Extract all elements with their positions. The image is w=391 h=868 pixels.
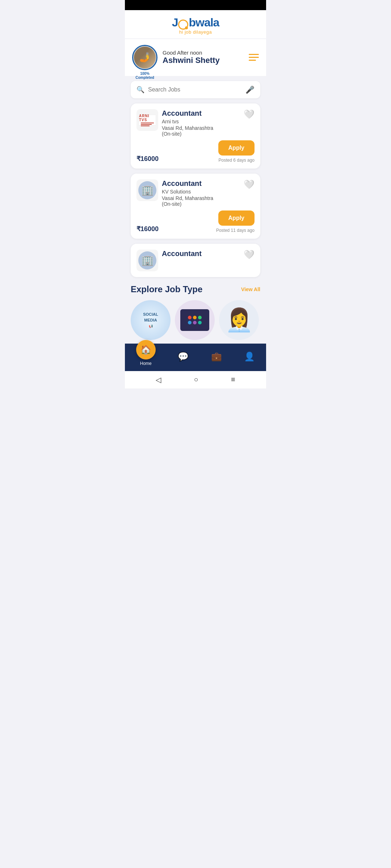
posted-date-1: Posted 6 days ago — [219, 158, 255, 163]
job-logo-2: 🏢 — [136, 179, 158, 201]
job-info-2: Accountant KV Solutions Vasai Rd, Mahara… — [158, 179, 244, 207]
social-content: SOCIALMEDIA 📢 — [139, 308, 162, 332]
explore-section: Explore Job Type View All SOCIALMEDIA 📢 — [125, 277, 266, 344]
nav-item-jobs[interactable]: 💼 — [211, 352, 222, 362]
explore-title: Explore Job Type — [131, 284, 202, 294]
job-salary-1: ₹16000 — [136, 155, 159, 163]
building-icon-3: 🏢 — [141, 254, 154, 266]
arni-logo: ARNI TVS — [139, 115, 156, 125]
explore-card-support[interactable]: 👩‍💼 — [219, 300, 259, 340]
avatar: 🤳 — [134, 47, 156, 68]
search-section: 🔍 🎤 — [125, 76, 266, 103]
explore-header: Explore Job Type View All — [131, 284, 260, 294]
social-label: SOCIALMEDIA — [143, 312, 158, 323]
menu-line-2 — [249, 57, 259, 58]
job-actions-2: Apply Posted 11 days ago — [216, 210, 255, 233]
search-icon: 🔍 — [136, 86, 144, 94]
support-person-icon: 👩‍💼 — [225, 309, 253, 331]
logo-o-icon — [178, 20, 188, 30]
search-input[interactable] — [148, 86, 242, 93]
job-location-1: Vasai Rd, Maharashtra(On-site) — [162, 125, 240, 137]
status-bar — [125, 0, 266, 10]
home-label: Home — [140, 361, 152, 366]
company-name-1: Arni tvs — [162, 119, 240, 124]
menu-line-3 — [249, 60, 256, 61]
home-button[interactable]: 🏠 — [136, 340, 156, 359]
explore-cards: SOCIALMEDIA 📢 👩‍💼 — [131, 300, 260, 340]
job-location-2: Vasai Rd, Maharashtra(On-site) — [162, 195, 240, 207]
greeting-sub: Good After noon — [163, 50, 220, 56]
menu-button[interactable] — [249, 54, 259, 61]
job-info-1: Accountant Arni tvs Vasai Rd, Maharashtr… — [158, 109, 244, 137]
job-card-2: 🏢 Accountant KV Solutions Vasai Rd, Maha… — [131, 174, 260, 239]
kv-logo: 🏢 — [138, 181, 156, 199]
favorite-button-3[interactable]: 🤍 — [244, 250, 255, 260]
view-all-button[interactable]: View All — [241, 286, 260, 292]
job-title-3: Accountant — [162, 250, 240, 258]
profile-icon: 👤 — [244, 352, 255, 362]
kv-logo-3: 🏢 — [138, 251, 156, 269]
avatar-wrapper: 🤳 100% Completed — [132, 45, 157, 70]
job-card-bottom-2: ₹16000 Apply Posted 11 days ago — [136, 210, 255, 233]
greeting-text: Good After noon Ashwini Shetty — [163, 50, 220, 65]
user-name: Ashwini Shetty — [163, 56, 220, 65]
back-button[interactable]: ◁ — [156, 375, 161, 384]
job-actions-1: Apply Posted 6 days ago — [218, 140, 255, 163]
social-sublabel: 📢 — [143, 324, 158, 328]
favorite-button-2[interactable]: 🤍 — [244, 179, 255, 190]
nav-item-chat[interactable]: 💬 — [178, 352, 189, 362]
job-salary-2: ₹16000 — [136, 225, 159, 233]
menu-sys-button[interactable]: ≡ — [231, 375, 235, 384]
nav-item-home[interactable]: 🏠 Home — [136, 347, 156, 366]
job-logo-3: 🏢 — [136, 250, 158, 271]
nav-item-profile[interactable]: 👤 — [244, 352, 255, 362]
design-content — [180, 309, 209, 331]
profile-completion: 100% Completed — [132, 72, 157, 80]
job-card-1: ARNI TVS Accountant Arni tvs Vasai Rd, M… — [131, 103, 260, 169]
chat-icon: 💬 — [178, 352, 189, 362]
design-grid — [188, 316, 202, 324]
arni-logo-img: ARNI TVS — [139, 115, 156, 125]
job-info-3: Accountant — [158, 250, 244, 258]
system-nav: ◁ ○ ≡ — [125, 371, 266, 388]
jobs-icon: 💼 — [211, 352, 222, 362]
app-tagline: hi job dilayega — [179, 29, 212, 35]
explore-card-social[interactable]: SOCIALMEDIA 📢 — [131, 300, 171, 340]
apply-button-1[interactable]: Apply — [218, 140, 255, 156]
job-card-bottom-1: ₹16000 Apply Posted 6 days ago — [136, 140, 255, 163]
job-logo-1: ARNI TVS — [136, 109, 158, 131]
app-header: Jbwala hi job dilayega — [125, 10, 266, 38]
jobs-section: ARNI TVS Accountant Arni tvs Vasai Rd, M… — [125, 103, 266, 277]
job-title-1: Accountant — [162, 109, 240, 118]
job-title-2: Accountant — [162, 179, 240, 188]
home-sys-button[interactable]: ○ — [194, 375, 198, 384]
bottom-nav: 🏠 Home 💬 💼 👤 — [125, 344, 266, 371]
explore-card-design[interactable] — [175, 300, 215, 340]
app-logo: Jbwala — [172, 17, 219, 29]
apply-button-2[interactable]: Apply — [218, 210, 255, 226]
job-card-3: 🏢 Accountant 🤍 — [131, 244, 260, 277]
posted-date-2: Posted 11 days ago — [216, 228, 255, 233]
home-icon: 🏠 — [140, 345, 151, 355]
favorite-button-1[interactable]: 🤍 — [244, 109, 255, 119]
company-name-2: KV Solutions — [162, 189, 240, 195]
user-info: 🤳 100% Completed Good After noon Ashwini… — [132, 45, 220, 70]
search-bar: 🔍 🎤 — [131, 81, 260, 98]
user-section: 🤳 100% Completed Good After noon Ashwini… — [125, 39, 266, 76]
avatar-circle: 🤳 — [132, 45, 157, 70]
logo: Jbwala hi job dilayega — [132, 17, 259, 35]
building-icon: 🏢 — [141, 184, 154, 196]
job-card-top-2: 🏢 Accountant KV Solutions Vasai Rd, Maha… — [136, 179, 255, 207]
mic-icon[interactable]: 🎤 — [245, 85, 255, 94]
menu-line-1 — [249, 54, 259, 55]
job-card-top-1: ARNI TVS Accountant Arni tvs Vasai Rd, M… — [136, 109, 255, 137]
